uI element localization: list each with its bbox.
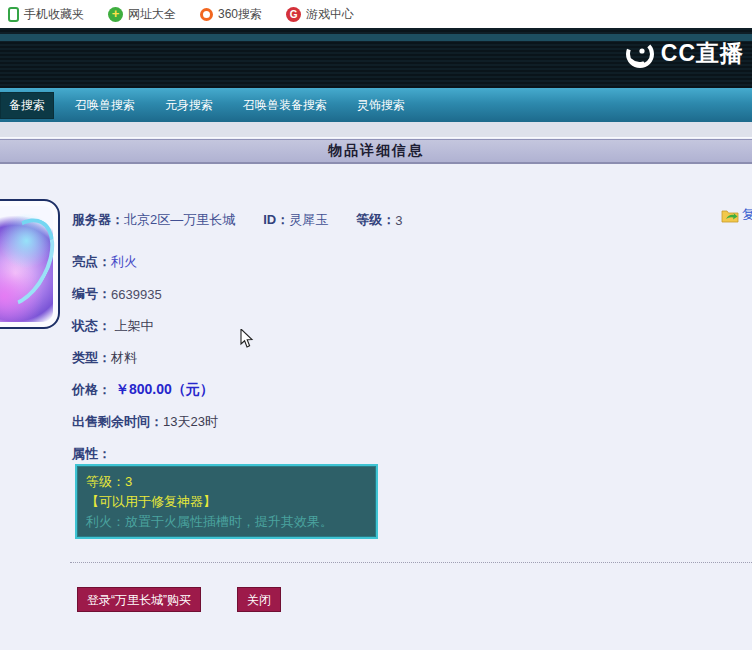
login-buy-button[interactable]: 登录“万里长城”购买 — [77, 587, 201, 612]
bookmark-360-search[interactable]: 360搜索 — [200, 6, 262, 23]
item-orb-art — [0, 206, 53, 322]
row-value: 材料 — [111, 349, 137, 367]
item-detail-rows: 亮点： 利火 编号： 6639935 状态： 上架中 类型： 材料 价格： ￥8… — [72, 246, 218, 470]
detail-row-price: 价格： ￥800.00（元） — [72, 374, 218, 406]
row-value: 13天23时 — [163, 413, 218, 431]
server-line: 服务器： 北京2区—万里长城 ID： 灵犀玉 等级： 3 — [72, 211, 402, 229]
screen: 手机收藏夹 + 网址大全 360搜索 G 游戏中心 CC直播 备搜索 召唤兽 — [0, 0, 752, 650]
item-attributes-box: 等级：3 【可以用于修复神器】 利火：放置于火属性插槽时，提升其效果。 — [75, 464, 378, 539]
cc-logo-text: CC直播 — [661, 38, 744, 69]
game-center-icon: G — [286, 7, 301, 22]
360-search-icon — [200, 8, 213, 21]
cc-live-logo[interactable]: CC直播 — [625, 38, 744, 69]
bookmark-site-directory[interactable]: + 网址大全 — [108, 6, 176, 23]
row-value: ￥800.00（元） — [111, 381, 214, 399]
tab-summon-beast-equip-search[interactable]: 召唤兽装备搜索 — [234, 92, 336, 119]
row-label: 类型： — [72, 349, 111, 367]
folder-share-icon — [721, 208, 739, 223]
attr-line-repair: 【可以用于修复神器】 — [86, 492, 367, 512]
row-label: 状态： — [72, 317, 111, 335]
detail-row-number: 编号： 6639935 — [72, 278, 218, 310]
row-label: 属性： — [72, 445, 111, 463]
bookmark-label: 手机收藏夹 — [24, 6, 84, 23]
dotted-divider — [70, 562, 752, 563]
row-label: 亮点： — [72, 253, 111, 271]
id-label: ID： — [263, 211, 289, 229]
close-button[interactable]: 关闭 — [237, 587, 281, 612]
attr-line-level: 等级：3 — [86, 472, 367, 492]
row-value: 6639935 — [111, 287, 162, 302]
page-title: 物品详细信息 — [328, 142, 424, 160]
tab-summon-beast-search[interactable]: 召唤兽搜索 — [66, 92, 144, 119]
level-value: 3 — [395, 213, 402, 228]
bookmark-label: 网址大全 — [128, 6, 176, 23]
sub-band — [0, 122, 752, 138]
bookmark-game-center[interactable]: G 游戏中心 — [286, 6, 354, 23]
item-image — [0, 199, 60, 329]
mouse-cursor — [240, 329, 256, 349]
detail-row-remaining-time: 出售剩余时间： 13天23时 — [72, 406, 218, 438]
tab-lingshi-search[interactable]: 灵饰搜索 — [348, 92, 414, 119]
level-label: 等级： — [356, 211, 395, 229]
detail-row-highlight: 亮点： 利火 — [72, 246, 218, 278]
detail-row-status: 状态： 上架中 — [72, 310, 218, 342]
copy-link[interactable]: 复 — [721, 206, 752, 224]
row-label: 编号： — [72, 285, 111, 303]
server-value: 北京2区—万里长城 — [124, 211, 235, 229]
row-value: 上架中 — [111, 317, 154, 335]
site-header: CC直播 — [0, 28, 752, 88]
row-value: 利火 — [111, 253, 137, 271]
item-detail-panel: 服务器： 北京2区—万里长城 ID： 灵犀玉 等级： 3 复 亮点： 利火 编号… — [0, 166, 752, 650]
row-label: 出售剩余时间： — [72, 413, 163, 431]
bookmark-label: 游戏中心 — [306, 6, 354, 23]
bookmark-label: 360搜索 — [218, 6, 262, 23]
attr-line-effect: 利火：放置于火属性插槽时，提升其效果。 — [86, 512, 367, 532]
server-label: 服务器： — [72, 211, 124, 229]
plus-circle-icon: + — [108, 7, 123, 22]
id-value: 灵犀玉 — [289, 211, 328, 229]
bookmark-phone-favorites[interactable]: 手机收藏夹 — [8, 6, 84, 23]
bookmarks-bar: 手机收藏夹 + 网址大全 360搜索 G 游戏中心 — [0, 0, 752, 28]
page-title-bar: 物品详细信息 — [0, 139, 752, 164]
phone-icon — [8, 7, 19, 22]
tab-yuanshen-search[interactable]: 元身搜索 — [156, 92, 222, 119]
row-label: 价格： — [72, 381, 111, 399]
tab-equipment-search[interactable]: 备搜索 — [0, 92, 54, 119]
search-tabs-bar: 备搜索 召唤兽搜索 元身搜索 召唤兽装备搜索 灵饰搜索 — [0, 88, 752, 122]
detail-row-type: 类型： 材料 — [72, 342, 218, 374]
copy-link-label: 复 — [742, 206, 752, 224]
cc-logo-icon — [625, 39, 655, 69]
